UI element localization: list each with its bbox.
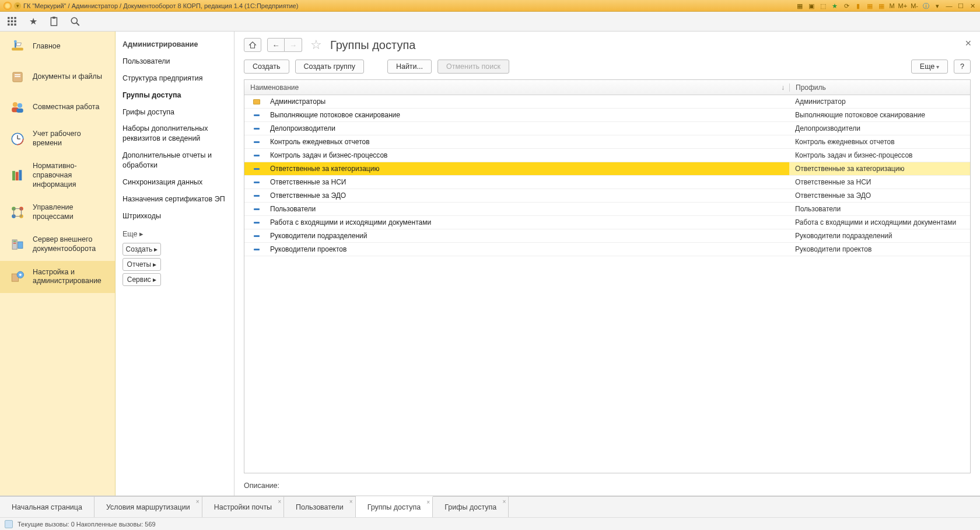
home-button[interactable] bbox=[244, 38, 261, 52]
subnav-more[interactable]: Еще ▸ bbox=[123, 225, 228, 240]
minimize-button[interactable]: — bbox=[945, 2, 953, 10]
m-minus-button[interactable]: M- bbox=[911, 2, 918, 9]
status-bar: Текущие вызовы: 0 Накопленные вызовы: 56… bbox=[0, 517, 980, 530]
sort-indicator: ↓ bbox=[781, 83, 785, 92]
subnav-item[interactable]: Грифы доступа bbox=[123, 104, 228, 121]
favorite-star-icon[interactable]: ☆ bbox=[310, 37, 322, 53]
titlebar-tool-1[interactable]: ▦ bbox=[796, 2, 804, 10]
subnav-create-button[interactable]: Создать ▸ bbox=[123, 243, 161, 256]
forward-button[interactable]: → bbox=[285, 38, 302, 52]
create-button[interactable]: Создать bbox=[244, 60, 289, 74]
search-icon[interactable] bbox=[70, 16, 80, 27]
nav-item-settings[interactable]: Настройка и администрирование bbox=[0, 261, 115, 293]
row-name: Работа с входящими и исходящими документ… bbox=[269, 218, 789, 226]
row-name: Руководители проектов bbox=[269, 245, 789, 253]
calendar-icon[interactable]: ▦ bbox=[877, 2, 886, 10]
table-row[interactable]: Руководители подразделенийРуководители п… bbox=[244, 229, 970, 243]
subnav-item[interactable]: Штрихкоды bbox=[123, 208, 228, 225]
nav-label: Совместная работа bbox=[33, 103, 99, 112]
cancel-find-button: Отменить поиск bbox=[438, 60, 509, 74]
nav-item-documents[interactable]: Документы и файлы bbox=[0, 62, 115, 92]
titlebar-tool-5[interactable]: ▮ bbox=[854, 2, 862, 10]
titlebar-tool-2[interactable]: ▣ bbox=[807, 2, 816, 10]
subnav-item[interactable]: Наборы дополнительных реквизитов и сведе… bbox=[123, 120, 228, 147]
favorites-icon[interactable]: ★ bbox=[831, 2, 839, 10]
app-icon bbox=[4, 2, 12, 10]
find-button[interactable]: Найти... bbox=[387, 60, 432, 74]
subnav-item[interactable]: Пользователи bbox=[123, 53, 228, 70]
table-row[interactable]: Ответственные за НСИОтветственные за НСИ bbox=[244, 176, 970, 189]
close-page-button[interactable]: ✕ bbox=[965, 39, 972, 48]
col-profile[interactable]: Профиль bbox=[789, 83, 970, 92]
clipboard-icon[interactable] bbox=[49, 16, 60, 27]
row-profile: Контроль задач и бизнес-процессов bbox=[789, 149, 970, 162]
table-row[interactable]: ПользователиПользователи bbox=[244, 203, 970, 216]
tab[interactable]: Группы доступа× bbox=[356, 496, 433, 517]
table-row[interactable]: Контроль задач и бизнес-процессовКонтрол… bbox=[244, 149, 970, 162]
people-icon bbox=[9, 99, 26, 116]
titlebar-tool-4[interactable]: ⟳ bbox=[842, 2, 850, 10]
table-row[interactable]: Работа с входящими и исходящими документ… bbox=[244, 216, 970, 229]
m-plus-button[interactable]: M+ bbox=[898, 2, 908, 9]
nav-label: Учет рабочего времени bbox=[33, 130, 109, 148]
m-button[interactable]: M bbox=[889, 2, 894, 9]
nav-item-processes[interactable]: Управление процессами bbox=[0, 196, 115, 228]
svg-rect-8 bbox=[14, 23, 16, 25]
subnav-item[interactable]: Структура предприятия bbox=[123, 70, 228, 87]
nav-item-timesheet[interactable]: Учет рабочего времени bbox=[0, 123, 115, 155]
subnav-item[interactable]: Синхронизация данных bbox=[123, 174, 228, 191]
maximize-button[interactable]: ☐ bbox=[957, 2, 965, 10]
table-row[interactable]: Выполняющие потоковое сканированиеВыполн… bbox=[244, 109, 970, 122]
tab[interactable]: Условия маршрутизации× bbox=[94, 497, 202, 517]
tab[interactable]: Грифы доступа× bbox=[433, 497, 509, 517]
titlebar-dd[interactable]: ▾ bbox=[933, 2, 942, 10]
calculator-icon[interactable]: ▦ bbox=[866, 2, 874, 10]
table-row[interactable]: Ответственные за ЭДООтветственные за ЭДО bbox=[244, 189, 970, 203]
titlebar-tool-3[interactable]: ⬚ bbox=[819, 2, 827, 10]
subnav-item[interactable]: Назначения сертификатов ЭП bbox=[123, 191, 228, 208]
tab-close-icon[interactable]: × bbox=[502, 498, 506, 505]
folder-icon bbox=[244, 99, 269, 104]
back-button[interactable]: ← bbox=[267, 38, 285, 52]
tab[interactable]: Настройки почты× bbox=[202, 497, 284, 517]
table-row[interactable]: Ответственные за категоризациюОтветствен… bbox=[244, 162, 970, 176]
col-name[interactable]: Наименование ↓ bbox=[244, 83, 789, 92]
tab-close-icon[interactable]: × bbox=[278, 498, 281, 505]
home-icon bbox=[9, 39, 26, 55]
tab-close-icon[interactable]: × bbox=[349, 498, 353, 505]
help-button[interactable]: ? bbox=[954, 60, 971, 74]
apps-icon[interactable] bbox=[7, 16, 18, 27]
row-name: Ответственные за НСИ bbox=[269, 178, 789, 186]
close-button[interactable]: ✕ bbox=[968, 2, 977, 10]
table-row[interactable]: Руководители проектовРуководители проект… bbox=[244, 243, 970, 256]
table-header: Наименование ↓ Профиль bbox=[244, 80, 970, 95]
item-icon bbox=[244, 141, 269, 143]
subnav-reports-button[interactable]: Отчеты ▸ bbox=[123, 258, 161, 271]
svg-rect-27 bbox=[12, 171, 15, 180]
create-group-button[interactable]: Создать группу bbox=[295, 60, 364, 74]
svg-rect-36 bbox=[13, 243, 16, 244]
svg-rect-13 bbox=[12, 48, 23, 51]
subnav-item[interactable]: Дополнительные отчеты и обработки bbox=[123, 147, 228, 174]
app-menu-dropdown[interactable]: ▾ bbox=[14, 2, 21, 9]
table-row[interactable]: Контроль ежедневных отчетовКонтроль ежед… bbox=[244, 135, 970, 149]
nav-item-collab[interactable]: Совместная работа bbox=[0, 92, 115, 123]
nav-item-server[interactable]: Сервер внешнего документооборота bbox=[0, 228, 115, 260]
subnav-section[interactable]: Администрирование bbox=[123, 40, 228, 53]
tab-close-icon[interactable]: × bbox=[196, 498, 200, 505]
nav-item-main[interactable]: Главное bbox=[0, 32, 115, 62]
row-profile: Руководители проектов bbox=[789, 243, 970, 256]
table-body: АдминистраторыАдминистраторВыполняющие п… bbox=[244, 95, 970, 473]
tab-close-icon[interactable]: × bbox=[426, 499, 430, 505]
more-button[interactable]: Еще bbox=[911, 60, 948, 74]
nav-item-reference[interactable]: Нормативно-справочная информация bbox=[0, 155, 115, 196]
subnav-service-button[interactable]: Сервис ▸ bbox=[123, 273, 161, 286]
row-name: Контроль задач и бизнес-процессов bbox=[269, 151, 789, 159]
table-row[interactable]: АдминистраторыАдминистратор bbox=[244, 95, 970, 109]
tab[interactable]: Начальная страница bbox=[0, 497, 94, 517]
star-icon[interactable]: ★ bbox=[28, 16, 38, 27]
table-row[interactable]: ДелопроизводителиДелопроизводители bbox=[244, 122, 970, 135]
info-icon[interactable]: ⓘ bbox=[922, 2, 930, 10]
subnav-item-active[interactable]: Группы доступа bbox=[123, 87, 228, 104]
tab[interactable]: Пользователи× bbox=[284, 497, 356, 517]
